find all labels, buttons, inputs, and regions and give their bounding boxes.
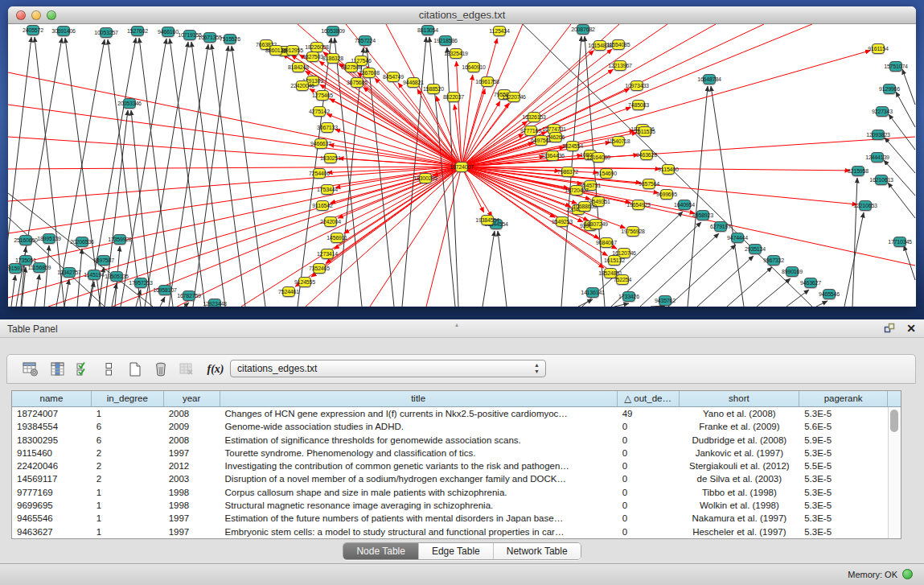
graph-node-7352465[interactable]: 7352465 — [313, 263, 326, 274]
table-row[interactable]: 1938455462009Genome-wide association stu… — [12, 420, 888, 433]
cell-year[interactable]: 2009 — [164, 420, 220, 433]
graph-node-20087682[interactable]: 20087682 — [577, 24, 589, 35]
graph-node-9227343[interactable]: 9227343 — [876, 106, 889, 117]
graph-node-9897587[interactable]: 9897587 — [97, 255, 110, 266]
network-canvas[interactable]: 2405572306914061005325715276029466160107… — [8, 24, 916, 307]
graph-node-18300295[interactable]: 18300295 — [419, 173, 432, 183]
graph-node-8860124[interactable]: 8860124 — [269, 45, 282, 56]
cell-short[interactable]: Franke et al. (2009) — [679, 420, 799, 433]
cell-in_degree[interactable]: 2 — [92, 459, 164, 472]
graph-node-9116542[interactable]: 9116542 — [316, 200, 329, 211]
graph-node-9124555[interactable]: 9124555 — [298, 277, 311, 287]
cell-name[interactable]: 9777169 — [12, 486, 92, 499]
graph-node-9115460[interactable]: 9115460 — [662, 164, 675, 175]
graph-node-7254406[interactable]: 7254406 — [313, 168, 326, 179]
cell-year[interactable]: 2003 — [164, 472, 220, 485]
graph-node-1588520[interactable]: 1588520 — [427, 84, 440, 94]
column-header-in_degree[interactable]: in_degree — [92, 391, 164, 407]
graph-node-21364436[interactable]: 21364436 — [546, 150, 559, 161]
graph-node-16053809[interactable]: 16053809 — [326, 26, 339, 36]
graph-node-13220746[interactable]: 13220746 — [507, 92, 520, 102]
graph-node-30691406[interactable]: 30691406 — [57, 26, 70, 36]
graph-node-9777169[interactable]: 9777169 — [524, 126, 537, 136]
graph-node-8215958[interactable]: 8215958 — [852, 166, 864, 176]
graph-node-2405572[interactable]: 2405572 — [27, 25, 39, 35]
cell-in_degree[interactable]: 1 — [92, 486, 164, 499]
delete-table-button[interactable] — [176, 359, 197, 380]
graph-node-1456911[interactable]: 1456911 — [331, 233, 343, 243]
graph-node-9466160[interactable]: 9466160 — [162, 27, 175, 37]
cell-short[interactable]: Wolkin et al. (1998) — [679, 499, 799, 512]
graph-node-752254[interactable]: 752254 — [616, 274, 629, 285]
cell-short[interactable]: Jankovic et al. (1997) — [679, 447, 799, 459]
cell-year[interactable]: 1997 — [164, 512, 220, 525]
graph-node-1753444[interactable]: 1753444 — [321, 184, 334, 195]
cell-title[interactable]: Changes of HCN gene expression and I(f) … — [220, 407, 618, 420]
table-row[interactable]: 1456911722003Disruption of a novel membe… — [12, 472, 888, 485]
cell-out_de[interactable]: 0 — [618, 434, 680, 447]
graph-node-20206536[interactable]: 20206536 — [76, 237, 88, 247]
graph-node-12923448[interactable]: 12923448 — [208, 299, 221, 307]
graph-node-16154838[interactable]: 16154838 — [593, 40, 606, 51]
graph-node-18807249[interactable]: 18807249 — [589, 219, 602, 229]
cell-short[interactable]: Nakamura et al. (1997) — [679, 512, 799, 525]
create-column-button[interactable] — [125, 359, 146, 380]
graph-node-7857224[interactable]: 7857224 — [359, 35, 372, 46]
graph-node-2935134[interactable]: 2935134 — [749, 244, 762, 254]
graph-node-14136141[interactable]: 14136141 — [586, 287, 599, 298]
graph-node-9129966[interactable]: 9129966 — [883, 84, 896, 94]
cell-name[interactable]: 14569117 — [12, 472, 92, 485]
graph-node-18995139[interactable]: 18995139 — [43, 233, 55, 244]
cell-title[interactable]: Estimation of the future numbers of pati… — [220, 512, 618, 525]
delete-columns-button[interactable] — [150, 359, 171, 380]
graph-node-9435762[interactable]: 9435762 — [659, 295, 671, 306]
cell-year[interactable]: 2012 — [164, 459, 220, 472]
graph-node-1733426[interactable]: 1733426 — [622, 291, 635, 302]
graph-node-1125434[interactable]: 1125434 — [493, 26, 506, 36]
cell-name[interactable]: 9463627 — [12, 525, 92, 538]
cell-title[interactable]: Genome-wide association studies in ADHD. — [220, 420, 618, 433]
cell-year[interactable]: 2008 — [164, 407, 220, 420]
graph-node-1615132[interactable]: 1615132 — [608, 255, 621, 266]
cell-pagerank[interactable]: 5.6E-5 — [799, 420, 888, 433]
graph-node-1640954[interactable]: 1640954 — [678, 200, 691, 210]
cell-name[interactable]: 22420046 — [12, 459, 92, 472]
cell-in_degree[interactable]: 1 — [92, 407, 164, 420]
graph-node-9161154[interactable]: 9161154 — [872, 43, 885, 54]
cell-short[interactable]: de Silva et al. (2003) — [679, 472, 799, 485]
graph-node-20053346[interactable]: 20053346 — [123, 98, 136, 109]
graph-node-12093823[interactable]: 12093823 — [872, 130, 885, 140]
cell-out_de[interactable]: 0 — [618, 486, 680, 499]
graph-node-16326153[interactable]: 16326153 — [528, 112, 540, 122]
table-row[interactable]: 969969511998Structural magnetic resonanc… — [12, 499, 888, 512]
graph-node-9827503[interactable]: 9827503 — [306, 51, 319, 62]
cell-year[interactable]: 1997 — [164, 525, 220, 538]
show-columns-button[interactable] — [47, 359, 68, 380]
graph-node-25160650[interactable]: 25160650 — [19, 235, 32, 245]
graph-node-9463627[interactable]: 9463627 — [804, 278, 817, 288]
cell-year[interactable]: 2008 — [164, 434, 220, 447]
column-header-pagerank[interactable]: pagerank — [799, 391, 888, 407]
graph-node-16210613[interactable]: 16210613 — [875, 175, 888, 185]
scrollbar-thumb[interactable] — [890, 410, 898, 432]
graph-node-8186328[interactable]: 8186328 — [326, 53, 339, 64]
graph-node-9827508[interactable]: 9827508 — [345, 62, 358, 72]
cell-title[interactable]: Estimation of significance thresholds fo… — [220, 434, 618, 447]
splitter-grip-icon[interactable]: ▴ — [455, 321, 458, 328]
graph-node-3675685[interactable]: 3675685 — [351, 77, 363, 88]
graph-node-6497568[interactable]: 6497568 — [535, 135, 548, 146]
unselect-all-columns-button[interactable] — [99, 359, 120, 380]
cell-out_de[interactable]: 0 — [618, 447, 680, 459]
graph-node-9699695[interactable]: 9699695 — [660, 189, 673, 200]
graph-node-12444139[interactable]: 12444139 — [871, 152, 884, 163]
graph-node-12210653[interactable]: 12210653 — [859, 200, 872, 211]
cell-out_de[interactable]: 49 — [618, 407, 680, 420]
graph-node-6279197[interactable]: 6279197 — [714, 221, 727, 232]
cell-pagerank[interactable]: 5.3E-5 — [799, 447, 888, 459]
table-selector-dropdown[interactable]: citations_edges.txt ▲▼ — [230, 360, 546, 377]
cell-out_de[interactable]: 0 — [618, 420, 680, 433]
graph-node-17710345[interactable]: 17710345 — [893, 237, 906, 247]
cell-year[interactable]: 1997 — [164, 447, 220, 459]
graph-node-1275465[interactable]: 1275465 — [316, 90, 329, 101]
graph-node-9446821[interactable]: 9446821 — [407, 77, 420, 88]
